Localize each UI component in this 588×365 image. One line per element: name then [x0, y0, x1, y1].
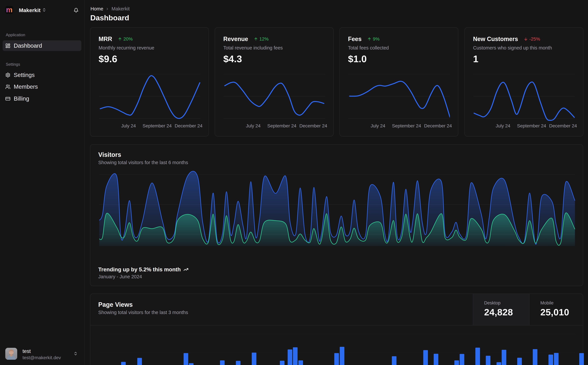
svg-text:m: m: [6, 6, 12, 14]
